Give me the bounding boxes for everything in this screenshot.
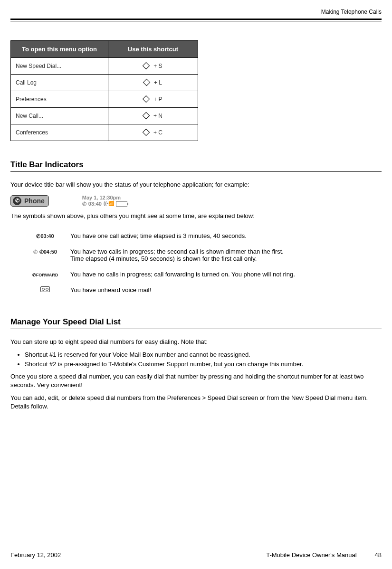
indicator-text: You have two calls in progress; the seco…: [67, 244, 299, 266]
cell-option: New Speed Dial...: [11, 58, 108, 75]
section-heading: Title Bar Indicators: [10, 160, 382, 170]
cell-shortcut: + C: [108, 124, 198, 141]
indicator-icon: ✆FORWARD: [25, 267, 66, 282]
indicator-text: You have one call active; time elapsed i…: [67, 228, 299, 243]
menu-key-icon: [143, 112, 150, 120]
indicator-icon: ✆03:40: [25, 228, 66, 243]
shortcut-key: + N: [153, 113, 163, 119]
paragraph: Once you store a speed dial number, you …: [10, 372, 382, 389]
shortcut-key: + L: [154, 79, 162, 86]
table-row: Call Log + L: [11, 75, 198, 91]
shortcut-key: + C: [153, 129, 163, 136]
explain-row: ✆03:40 You have one call active; time el…: [25, 228, 299, 243]
header-rule: [10, 21, 382, 21]
paragraph: The symbols shown above, plus others you…: [10, 212, 382, 220]
cell-option: Call Log: [11, 75, 108, 91]
voicemail-icon: [40, 286, 50, 292]
footer-page: 48: [375, 551, 382, 559]
paragraph: You can store up to eight speed dial num…: [10, 338, 382, 346]
list-item: Shortcut #2 is pre-assigned to T-Mobile'…: [25, 360, 382, 368]
cell-shortcut: + N: [108, 108, 198, 124]
cell-option: Conferences: [11, 124, 108, 141]
bullet-list: Shortcut #1 is reserved for your Voice M…: [10, 351, 382, 368]
header-rule: [10, 19, 382, 20]
signal-icon: ((•📶: [104, 201, 114, 207]
footer-date: February 12, 2002: [10, 551, 61, 559]
section-rule: [10, 171, 382, 172]
indicator-icon: ✆ ✆04:50: [25, 244, 66, 266]
handset-icon: ✆: [82, 201, 86, 207]
section-rule: [10, 329, 382, 329]
table-header-option: To open this menu option: [11, 41, 108, 58]
section-heading: Manage Your Speed Dial List: [10, 317, 382, 327]
shortcut-key: + S: [153, 63, 162, 69]
explain-row: You have unheard voice mail!: [25, 283, 299, 297]
status-area: May 1, 12:30pm ✆ 03:40 ((•📶: [82, 195, 127, 207]
menu-key-icon: [143, 79, 151, 86]
menu-key-icon: [143, 129, 150, 136]
status-datetime: May 1, 12:30pm: [82, 195, 127, 201]
phone-label: Phone: [24, 197, 45, 205]
page-footer: February 12, 2002 T-Mobile Device Owner'…: [10, 551, 382, 559]
title-bar-example: ✆ Phone May 1, 12:30pm ✆ 03:40 ((•📶: [10, 195, 382, 207]
paragraph: You can add, edit, or delete speed dial …: [10, 394, 382, 410]
cell-shortcut: + S: [108, 58, 198, 75]
cell-shortcut: + L: [108, 75, 198, 91]
indicator-text: You have no calls in progress; call forw…: [67, 267, 299, 282]
cell-shortcut: + P: [108, 91, 198, 108]
indicator-icon: [25, 283, 66, 297]
cell-option: New Call...: [11, 108, 108, 124]
list-item: Shortcut #1 is reserved for your Voice M…: [25, 351, 382, 358]
indicator-text: You have unheard voice mail!: [67, 283, 299, 297]
table-header-shortcut: Use this shortcut: [108, 41, 198, 58]
running-header: Making Telephone Calls: [10, 9, 382, 17]
indicator-explain-table: ✆03:40 You have one call active; time el…: [24, 228, 300, 298]
table-row: Preferences + P: [11, 91, 198, 108]
table-row: New Speed Dial... + S: [11, 58, 198, 75]
cell-option: Preferences: [11, 91, 108, 108]
status-timer: 03:40: [88, 201, 102, 207]
shortcut-key: + P: [153, 96, 162, 103]
phone-app-capsule: ✆ Phone: [10, 195, 49, 207]
table-row: New Call... + N: [11, 108, 198, 124]
phone-icon: ✆: [13, 197, 21, 205]
table-row: Conferences + C: [11, 124, 198, 141]
explain-row: ✆ ✆04:50 You have two calls in progress;…: [25, 244, 299, 266]
paragraph: Your device title bar will show you the …: [10, 180, 382, 189]
menu-key-icon: [143, 62, 150, 70]
footer-title: T-Mobile Device Owner's Manual: [266, 551, 356, 559]
shortcut-table: To open this menu option Use this shortc…: [10, 40, 198, 141]
battery-icon: [116, 201, 127, 207]
explain-row: ✆FORWARD You have no calls in progress; …: [25, 267, 299, 282]
menu-key-icon: [143, 95, 150, 103]
